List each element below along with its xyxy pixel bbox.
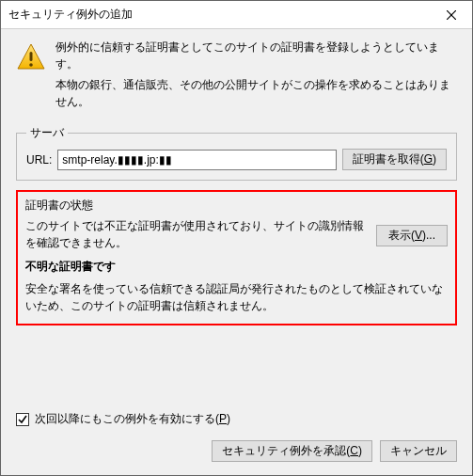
server-group: サーバ URL: 証明書を取得(G) — [16, 125, 457, 181]
dialog-window: セキュリティ例外の追加 例外的に信頼する証明書 — [0, 0, 473, 476]
svg-point-3 — [29, 63, 33, 67]
status-top: このサイトでは不正な証明書が使用されており、サイトの識別情報を確認できません。 … — [25, 217, 448, 259]
status-subheading: 不明な証明書です — [25, 259, 448, 275]
close-icon — [447, 10, 456, 20]
footer-buttons: セキュリティ例外を承認(C) キャンセル — [16, 440, 457, 462]
warning-icon — [16, 42, 46, 72]
intro-text: 例外的に信頼する証明書としてこのサイトの証明書を登録しようとしています。 本物の… — [55, 39, 457, 114]
view-certificate-button[interactable]: 表示(V)... — [376, 225, 448, 246]
spacer — [16, 335, 457, 402]
check-icon — [18, 415, 27, 424]
intro-section: 例外的に信頼する証明書としてこのサイトの証明書を登録しようとしています。 本物の… — [16, 39, 457, 114]
close-button[interactable] — [430, 1, 472, 29]
certificate-status-group: 証明書の状態 このサイトでは不正な証明書が使用されており、サイトの識別情報を確認… — [16, 190, 457, 325]
get-certificate-button[interactable]: 証明書を取得(G) — [342, 149, 447, 170]
url-input[interactable] — [57, 150, 336, 170]
url-label: URL: — [26, 153, 52, 167]
dialog-content: 例外的に信頼する証明書としてこのサイトの証明書を登録しようとしています。 本物の… — [1, 29, 472, 475]
status-title: 証明書の状態 — [25, 198, 448, 214]
server-row: URL: 証明書を取得(G) — [26, 149, 447, 170]
persist-checkbox-label: 次回以降にもこの例外を有効にする(P) — [35, 411, 230, 427]
status-desc: このサイトでは不正な証明書が使用されており、サイトの識別情報を確認できません。 — [25, 217, 369, 251]
confirm-exception-button[interactable]: セキュリティ例外を承認(C) — [212, 440, 372, 462]
intro-line1: 例外的に信頼する証明書としてこのサイトの証明書を登録しようとしています。 — [55, 39, 457, 72]
cancel-button[interactable]: キャンセル — [380, 440, 457, 462]
svg-rect-2 — [30, 52, 33, 61]
titlebar: セキュリティ例外の追加 — [1, 1, 472, 29]
intro-line2: 本物の銀行、通信販売、その他の公開サイトがこの操作を求めることはありません。 — [55, 76, 457, 110]
status-text: このサイトでは不正な証明書が使用されており、サイトの識別情報を確認できません。 — [25, 217, 369, 259]
status-reason: 安全な署名を使っている信頼できる認証局が発行されたものとして検証されていないため… — [25, 280, 448, 314]
persist-checkbox-row[interactable]: 次回以降にもこの例外を有効にする(P) — [16, 411, 457, 427]
window-title: セキュリティ例外の追加 — [8, 7, 430, 23]
persist-checkbox[interactable] — [16, 413, 29, 426]
server-legend: サーバ — [26, 125, 68, 141]
